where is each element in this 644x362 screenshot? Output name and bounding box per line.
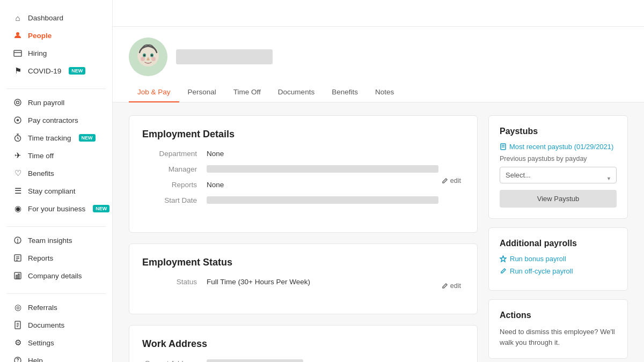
business-icon: ◉ <box>13 204 23 213</box>
manager-detail: Manager <box>142 165 438 173</box>
documents-icon <box>13 320 23 330</box>
status-value: Full Time (30+ Hours Per Week) <box>207 278 438 286</box>
current-address-label: Current Address <box>142 359 207 362</box>
side-column: Paystubs Most recent paystub (01/29/2021… <box>488 115 628 362</box>
paystubs-title: Paystubs <box>500 127 617 136</box>
start-date-label: Start Date <box>142 196 207 204</box>
svg-point-28 <box>151 55 153 56</box>
svg-rect-1 <box>14 50 21 56</box>
sidebar-item-time-off[interactable]: ✈ Time off <box>3 147 109 164</box>
start-date-detail: Start Date <box>142 196 438 204</box>
main-content: Job & Pay Personal Time Off Documents Be… <box>113 0 644 362</box>
address-value-block <box>207 359 303 362</box>
edit-pencil-icon <box>442 178 448 184</box>
employment-status-card: Employment Status Status Full Time (30+ … <box>129 243 478 314</box>
avatar <box>129 38 167 76</box>
sidebar-item-covid19[interactable]: ⚑ COVID-19 New <box>3 62 109 79</box>
offcycle-payroll-link[interactable]: Run off-cycle payroll <box>500 267 617 275</box>
recent-paystub-link[interactable]: Most recent paystub (01/29/2021) <box>500 143 617 151</box>
reports-value: None <box>207 181 438 189</box>
tab-job-pay[interactable]: Job & Pay <box>129 83 179 102</box>
top-bar <box>113 0 644 27</box>
department-label: Department <box>142 150 207 158</box>
benefits-icon: ♡ <box>13 168 23 178</box>
sidebar-item-benefits[interactable]: ♡ Benefits <box>3 165 109 182</box>
bonus-payroll-link[interactable]: Run bonus payroll <box>500 255 617 263</box>
edit-pencil-icon2 <box>442 283 448 289</box>
sidebar-item-documents[interactable]: Documents <box>3 316 109 334</box>
tab-personal[interactable]: Personal <box>179 83 225 102</box>
covid-icon: ⚑ <box>13 66 23 76</box>
sidebar-item-company-details[interactable]: Company details <box>3 267 109 284</box>
manager-label: Manager <box>142 165 207 173</box>
profile-info <box>129 38 628 76</box>
svg-rect-15 <box>16 275 17 279</box>
previous-paystubs-label: Previous paystubs by payday <box>500 155 617 162</box>
profile-name <box>176 49 273 64</box>
sidebar-item-people[interactable]: People <box>3 27 109 44</box>
department-fields: Department None Manager Reports None <box>142 150 438 212</box>
tab-time-off[interactable]: Time Off <box>225 83 269 102</box>
employment-details-card: Employment Details Department None Manag… <box>129 115 478 233</box>
tab-documents[interactable]: Documents <box>269 83 323 102</box>
start-date-value <box>207 196 438 204</box>
sidebar: ⌂ Dashboard People Hiring ⚑ COVID-19 New <box>0 0 113 362</box>
svg-point-3 <box>14 99 21 106</box>
status-detail: Status Full Time (30+ Hours Per Week) <box>142 278 438 286</box>
dashboard-icon: ⌂ <box>13 13 23 23</box>
svg-point-4 <box>17 101 19 104</box>
hiring-icon <box>13 48 23 58</box>
sidebar-section-main: ⌂ Dashboard People Hiring ⚑ COVID-19 New <box>0 9 112 80</box>
two-col-layout: Employment Details Department None Manag… <box>129 115 628 362</box>
sidebar-item-hiring[interactable]: Hiring <box>3 45 109 62</box>
time-tracking-icon <box>13 133 23 143</box>
status-fields: Status Full Time (30+ Hours Per Week) <box>142 278 438 293</box>
paystub-select[interactable]: Select... <box>500 167 617 183</box>
sidebar-item-run-payroll[interactable]: Run payroll <box>3 94 109 111</box>
tab-benefits[interactable]: Benefits <box>323 83 367 102</box>
work-address-title: Work Address <box>142 338 464 350</box>
star-icon <box>500 255 507 262</box>
svg-point-9 <box>18 242 18 242</box>
svg-rect-16 <box>18 274 19 279</box>
main-column: Employment Details Department None Manag… <box>129 115 478 362</box>
employment-details-edit-btn[interactable]: edit <box>438 176 464 186</box>
document-icon <box>500 143 507 150</box>
sidebar-item-dashboard[interactable]: ⌂ Dashboard <box>3 9 109 26</box>
employment-details-title: Employment Details <box>142 129 464 140</box>
additional-payrolls-card: Additional payrolls Run bonus payroll Ru… <box>488 227 628 291</box>
svg-point-6 <box>17 120 19 121</box>
manager-value <box>207 165 438 173</box>
company-icon <box>13 271 23 280</box>
profile-header: Job & Pay Personal Time Off Documents Be… <box>113 27 644 102</box>
sidebar-item-team-insights[interactable]: Team insights <box>3 232 109 249</box>
sidebar-item-reports[interactable]: Reports <box>3 249 109 267</box>
content-area: Employment Details Department None Manag… <box>113 115 644 362</box>
actions-description: Need to dismiss this employee? We'll wal… <box>500 327 617 348</box>
svg-point-30 <box>151 57 156 61</box>
sidebar-item-referrals[interactable]: ◎ Referrals <box>3 299 109 316</box>
reports-icon <box>13 253 23 263</box>
business-badge: New <box>93 205 109 212</box>
sidebar-item-stay-compliant[interactable]: ☰ Stay compliant <box>3 182 109 200</box>
referrals-icon: ◎ <box>13 302 23 312</box>
sidebar-item-time-tracking[interactable]: Time tracking New <box>3 129 109 146</box>
tab-notes[interactable]: Notes <box>367 83 402 102</box>
compliant-icon: ☰ <box>13 186 23 196</box>
sidebar-item-for-your-business[interactable]: ◉ For your business New <box>3 200 109 217</box>
actions-title: Actions <box>500 311 617 320</box>
status-label: Status <box>142 278 207 286</box>
employment-status-edit-btn[interactable]: edit <box>438 281 464 291</box>
settings-icon: ⚙ <box>13 338 23 348</box>
department-row: Department None Manager Reports None <box>142 150 464 212</box>
sidebar-item-settings[interactable]: ⚙ Settings <box>3 334 109 351</box>
view-paystub-button[interactable]: View Paystub <box>500 190 617 208</box>
sidebar-item-pay-contractors[interactable]: Pay contractors <box>3 112 109 129</box>
sidebar-item-help[interactable]: Help <box>3 352 109 362</box>
pencil-icon <box>500 268 507 275</box>
paystubs-card: Paystubs Most recent paystub (01/29/2021… <box>488 115 628 219</box>
current-address-row: Current Address <box>142 359 464 362</box>
status-row: Status Full Time (30+ Hours Per Week) ed… <box>142 278 464 293</box>
payroll-icon <box>13 98 23 107</box>
covid-badge: New <box>69 67 85 75</box>
